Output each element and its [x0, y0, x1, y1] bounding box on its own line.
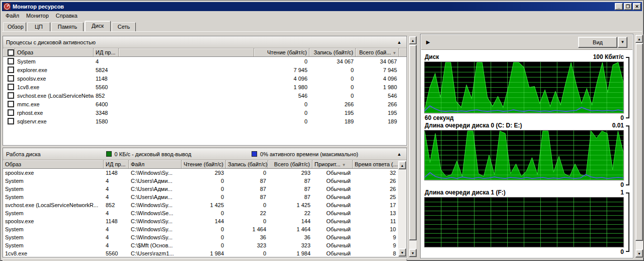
disk-activity-row[interactable]: System4C:\Windows\Sy...01 4641 464Обычны… [3, 225, 398, 233]
disk-activity-table-scrollbar[interactable]: ▲ ▼ [398, 161, 407, 257]
col-file[interactable]: Файл [129, 160, 182, 168]
activity-total: 1 425 [268, 202, 312, 208]
app-icon [4, 3, 11, 10]
process-read: 546 [254, 93, 309, 99]
process-read: 0 [254, 118, 309, 124]
col-image[interactable]: Образ [3, 160, 104, 168]
disk-activity-panel-header[interactable]: Работа диска 0 КБ/с - дисковый ввод-выво… [3, 148, 407, 160]
collapse-arrow-icon[interactable]: ▲ [395, 152, 404, 157]
process-row[interactable]: mmc.exe64000266266 [3, 100, 407, 108]
process-pid: 3348 [94, 110, 119, 116]
col-pid[interactable]: ИД пр... [104, 160, 129, 168]
process-read: 7 945 [254, 67, 309, 73]
disk-activity-row[interactable]: System4C:\Windows\Sy...03636Обычный9 [3, 233, 398, 241]
menu-monitor[interactable]: Монитор [23, 12, 52, 20]
col-spacer[interactable] [119, 48, 254, 56]
activity-response-time: 13 [353, 210, 398, 216]
scrollbar-thumb[interactable] [635, 43, 643, 241]
process-row[interactable]: spoolsv.exe11484 09604 096 [3, 74, 407, 83]
tab-disk[interactable]: Диск [85, 21, 111, 31]
process-checkbox[interactable] [8, 67, 14, 73]
process-write: 195 [309, 110, 356, 116]
process-checkbox[interactable] [8, 92, 14, 99]
scroll-down-icon[interactable]: ▼ [398, 248, 406, 256]
queue1-chart-label-row: Длина очереди диска 1 (F:) 1 [425, 189, 624, 196]
tab-overview[interactable]: Обзор [3, 22, 26, 31]
process-row[interactable]: explorer.exe58247 94507 945 [3, 66, 407, 74]
view-dropdown-icon[interactable]: ▼ [618, 37, 627, 48]
process-row[interactable]: 1cv8.exe55601 98001 980 [3, 83, 407, 91]
tab-cpu[interactable]: ЦП [27, 22, 50, 31]
tab-network[interactable]: Сеть [112, 22, 136, 31]
col-write[interactable]: Запись (байт/с) [226, 160, 268, 168]
process-checkbox[interactable] [8, 58, 14, 64]
disk-chart-label-row: Диск 100 Кбит/с [425, 53, 624, 60]
disk-activity-row[interactable]: System4C:\$Mft (Основ...0323323Обычный9 [3, 241, 398, 249]
disk-activity-row[interactable]: System4C:\Users\Адми...08787Обычный26 [3, 177, 398, 185]
process-checkbox[interactable] [8, 101, 14, 107]
col-total[interactable]: Всего (бай...▼ [356, 48, 399, 56]
col-read[interactable]: Чтение (байт/с) [182, 160, 226, 168]
tab-strip-edge [2, 31, 642, 32]
menu-help[interactable]: Справка [52, 12, 81, 20]
activity-pid: 4 [104, 210, 129, 216]
close-button[interactable]: ✕ [633, 3, 641, 10]
processes-panel-header[interactable]: Процессы с дисковой активностью ▲ [3, 36, 407, 48]
select-all-checkbox[interactable] [8, 49, 14, 56]
disk-activity-row[interactable]: 1cv8.exe5560C:\Users\razm1...1 98401 984… [3, 249, 398, 255]
disk-activity-row[interactable]: System4C:\Windows\Se...02222Обычный13 [3, 209, 398, 217]
disk-activity-row[interactable]: spoolsv.exe1148C:\Windows\Sy...2930293Об… [3, 169, 398, 177]
expand-arrow-icon[interactable]: ▶ [426, 39, 430, 45]
tab-memory[interactable]: Память [51, 22, 84, 31]
col-pid[interactable]: ИД пр... [94, 48, 119, 56]
activity-priority: Обычный [312, 194, 353, 200]
disk-activity-panel-title: Работа диска [6, 151, 41, 157]
minimize-button[interactable]: _ [615, 3, 623, 10]
activity-image: spoolsv.exe [3, 218, 104, 224]
view-button[interactable]: Вид [578, 37, 617, 48]
process-row[interactable]: sqlservr.exe15800189189 [3, 117, 407, 125]
collapse-arrow-icon[interactable]: ▲ [395, 40, 404, 45]
scroll-down-icon[interactable]: ▼ [635, 249, 643, 257]
activity-image: spoolsv.exe [3, 170, 104, 176]
restore-button[interactable]: ❐ [624, 3, 632, 10]
scroll-up-icon[interactable]: ▲ [635, 35, 643, 43]
activity-write: 0 [226, 218, 268, 224]
col-total[interactable]: Всего (байт/с) [268, 160, 312, 168]
col-response-time[interactable]: Время ответа (... [353, 160, 398, 168]
disk-activity-row[interactable]: System4C:\Users\Адми...08787Обычный25 [3, 193, 398, 201]
queue1-chart-scale-max: 1 [620, 189, 624, 196]
disk-activity-row[interactable]: svchost.exe (LocalServiceNetworkR...852C… [3, 201, 398, 209]
disk-activity-row[interactable]: System4C:\Users\Адми...08787Обычный26 [3, 185, 398, 193]
process-checkbox[interactable] [8, 118, 14, 124]
process-row[interactable]: System4034 06734 067 [3, 57, 407, 66]
select-all-header[interactable] [3, 48, 15, 56]
disk-activity-row[interactable]: spoolsv.exe1148C:\Windows\Sy...1440144Об… [3, 217, 398, 225]
left-column-scrollbar[interactable]: ▲ ▼ [409, 36, 417, 257]
process-checkbox[interactable] [8, 84, 14, 90]
process-checkbox[interactable] [8, 109, 14, 116]
charts-toolbar: ▶ Вид ▼ [421, 35, 632, 50]
resource-monitor-window: Монитор ресурсов _ ❐ ✕ ФайлМониторСправк… [0, 0, 644, 261]
activity-image: System [3, 178, 104, 184]
activity-read: 0 [182, 178, 226, 184]
activity-read: 0 [182, 234, 226, 240]
col-read[interactable]: Чтение (байт/с) [254, 48, 309, 56]
activity-total: 293 [268, 170, 312, 176]
charts-panel-scrollbar[interactable]: ▲ ▼ [635, 34, 643, 258]
col-write[interactable]: Запись (байт/с) [309, 48, 356, 56]
scroll-down-icon[interactable]: ▼ [409, 249, 417, 257]
scroll-up-icon[interactable]: ▲ [398, 161, 406, 169]
menu-file[interactable]: Файл [2, 12, 23, 20]
col-image[interactable]: Образ [15, 48, 94, 56]
process-row[interactable]: svchost.exe (LocalServiceNetwo...8525460… [3, 91, 407, 100]
col-priority[interactable]: Приорит...▼ [312, 160, 353, 168]
scrollbar-thumb[interactable] [409, 45, 417, 240]
title-bar[interactable]: Монитор ресурсов _ ❐ ✕ [2, 2, 642, 11]
queue1-chart-scale-bracket [626, 192, 629, 252]
process-checkbox[interactable] [8, 75, 14, 82]
scroll-up-icon[interactable]: ▲ [409, 36, 417, 44]
process-row[interactable]: rphost.exe33480195195 [3, 108, 407, 117]
processes-panel: Процессы с дисковой активностью ▲ Образ … [3, 36, 407, 146]
process-total: 546 [356, 93, 399, 99]
